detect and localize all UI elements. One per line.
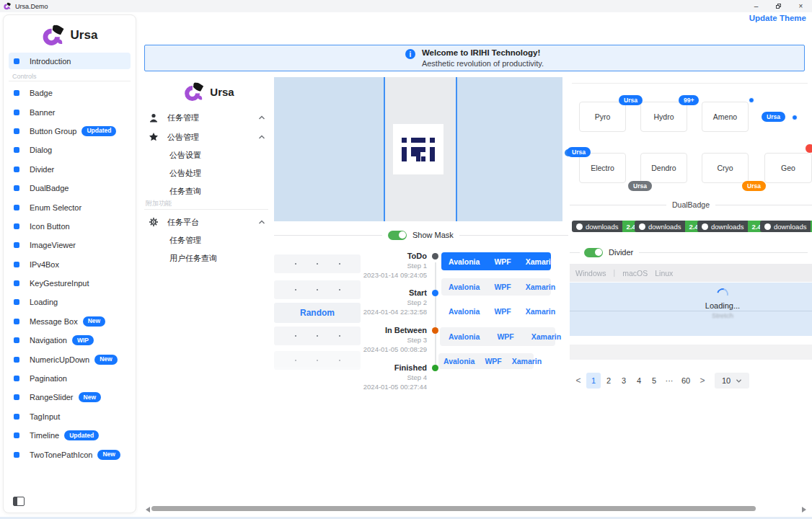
sidebar-item-loading[interactable]: Loading (4, 293, 136, 311)
sidebar-item-enum-selector[interactable]: Enum Selector (4, 198, 136, 216)
badge-card-electro: Electro (579, 153, 626, 183)
sidebar-item-keygestureinput[interactable]: KeyGestureInput (4, 274, 136, 293)
sidebar-item-twotonepathicon[interactable]: TwoTonePathIconNew (4, 445, 136, 463)
xamarin-button[interactable]: Xamarin (523, 332, 570, 341)
menu-item-task-query[interactable]: 任务查询 (144, 182, 271, 200)
menu-group-task-platform[interactable]: 任务平台 (144, 213, 271, 231)
sidebar-item-badge[interactable]: Badge (4, 84, 136, 102)
scrollbar-thumb[interactable] (151, 506, 756, 511)
timeline-step: Step 2 (359, 298, 427, 307)
menu-item-label: 用户任务查询 (169, 253, 217, 264)
menu-item-label: 公告处理 (169, 168, 201, 179)
wpf-button[interactable]: WPF (488, 332, 522, 341)
sidebar-item-timeline[interactable]: TimelineUpdated (4, 426, 136, 445)
timeline-time: 2024-01-05 00:27:44 (359, 382, 427, 391)
sidebar-item-dialog[interactable]: Dialog (4, 141, 136, 159)
avalonia-button[interactable]: Avalonia (441, 257, 487, 266)
minimize-icon[interactable]: – (745, 0, 767, 12)
ipv4box-input[interactable] (274, 254, 361, 273)
tab-windows[interactable]: Windows (575, 269, 606, 278)
sidebar-item-pagination[interactable]: Pagination (4, 369, 136, 388)
page-button-2[interactable]: 2 (601, 373, 616, 389)
sidebar-item-introduction[interactable]: Introduction (9, 53, 131, 69)
sidebar-item-imageviewer[interactable]: ImageViewer (4, 236, 136, 254)
dual-badge: idownloads 2.4k (572, 221, 643, 232)
avalonia-button[interactable]: Avalonia (438, 357, 480, 365)
chevron-up-icon (258, 134, 265, 140)
dot-separator (295, 335, 296, 337)
show-mask-divider: Show Mask (274, 230, 568, 240)
sidebar-item-divider[interactable]: Divider (4, 160, 136, 179)
avalonia-button[interactable]: Avalonia (441, 307, 487, 316)
menu-divider (144, 209, 268, 210)
sidebar-brand: Ursa (71, 28, 98, 43)
sidebar-item-taginput[interactable]: TagInput (4, 407, 136, 426)
banner-subtitle: Aesthetic revolution of productivity. (422, 58, 544, 68)
horizontal-scrollbar[interactable] (141, 505, 809, 513)
sidebar-item-label: Badge (30, 89, 53, 97)
prev-page-button[interactable]: < (571, 373, 586, 389)
menu-group-task-management[interactable]: 任务管理 (144, 108, 271, 127)
menu-item-task-management[interactable]: 任务管理 (144, 231, 271, 249)
image-viewer[interactable] (274, 77, 562, 221)
timeline-time: 2023-01-14 09:24:05 (359, 270, 427, 280)
sidebar-item-ipv4box[interactable]: IPv4Box (4, 255, 136, 274)
ipv4box-input[interactable] (274, 327, 361, 345)
tab-linux[interactable]: Linux (655, 269, 673, 278)
menu-item-user-task-query[interactable]: 用户任务查询 (144, 249, 271, 267)
timeline: ToDo Step 1 2023-01-14 09:24:05 Start St… (359, 249, 440, 404)
sidebar-item-label: Introduction (30, 57, 71, 66)
page-button-3[interactable]: 3 (617, 373, 631, 389)
wpf-button[interactable]: WPF (487, 257, 518, 266)
scroll-right-icon[interactable] (802, 507, 806, 513)
xamarin-button[interactable]: Xamarin (518, 283, 562, 291)
random-button[interactable]: Random (274, 303, 361, 323)
menu-item-announcement-settings[interactable]: 公告设置 (144, 146, 271, 164)
page-button-5[interactable]: 5 (647, 373, 661, 389)
sidebar-item-message-box[interactable]: Message BoxNew (4, 312, 136, 331)
tab-macos[interactable]: macOS (622, 269, 648, 278)
status-badge: New (79, 392, 101, 402)
close-icon[interactable]: × (790, 0, 812, 12)
scroll-left-icon[interactable] (146, 507, 150, 513)
page-button-60[interactable]: 60 (677, 373, 694, 389)
app-window: Ursa.Demo – × Update Theme Ursa Introduc… (0, 0, 812, 519)
xamarin-button[interactable]: Xamarin (518, 257, 562, 266)
maximize-restore-icon[interactable] (767, 0, 790, 12)
page-button-1[interactable]: 1 (586, 373, 601, 389)
avalonia-button[interactable]: Avalonia (441, 283, 487, 291)
wpf-button[interactable]: WPF (487, 307, 518, 316)
sidebar-item-navigation[interactable]: NavigationWIP (4, 331, 136, 350)
sidebar-item-icon-button[interactable]: Icon Button (4, 217, 136, 236)
next-page-button[interactable]: > (695, 373, 710, 389)
xamarin-button[interactable]: Xamarin (518, 307, 562, 316)
card-label: Dendro (651, 164, 676, 172)
dot-separator (317, 263, 318, 265)
divider-toggle[interactable] (584, 248, 603, 257)
sidebar-item-rangeslider[interactable]: RangeSliderNew (4, 388, 136, 407)
loading-text: Loading... (601, 301, 812, 310)
ipv4box-input[interactable] (274, 280, 361, 299)
menu-group-announcement[interactable]: 公告管理 (144, 128, 271, 146)
page-button-4[interactable]: 4 (632, 373, 646, 389)
sidebar-item-button-group[interactable]: Button GroupUpdated (4, 122, 136, 141)
sidebar-collapse-icon[interactable] (13, 497, 25, 506)
show-mask-toggle[interactable] (388, 231, 407, 240)
menu-item-announcement-process[interactable]: 公告处理 (144, 164, 271, 182)
wpf-button[interactable]: WPF (480, 357, 506, 365)
sidebar-item-dualbadge[interactable]: DualBadge (4, 179, 136, 198)
irihi-logo-icon (402, 138, 435, 161)
card-label: Electro (591, 164, 614, 172)
sidebar-item-label: NumericUpDown (30, 355, 89, 364)
page-ellipsis[interactable]: ··· (662, 373, 676, 389)
standalone-badge-pill: Ursa (762, 112, 785, 122)
page-size-select[interactable]: 10 (715, 373, 749, 389)
dual-badge-left: idownloads (572, 221, 622, 232)
update-theme-button[interactable]: Update Theme (749, 14, 806, 22)
sidebar-item-banner[interactable]: Banner (4, 102, 136, 121)
xamarin-button[interactable]: Xamarin (507, 357, 547, 365)
bullet-icon (14, 280, 19, 286)
wpf-button[interactable]: WPF (487, 283, 518, 291)
avalonia-button[interactable]: Avalonia (440, 332, 488, 341)
sidebar-item-numericupdown[interactable]: NumericUpDownNew (4, 350, 136, 368)
